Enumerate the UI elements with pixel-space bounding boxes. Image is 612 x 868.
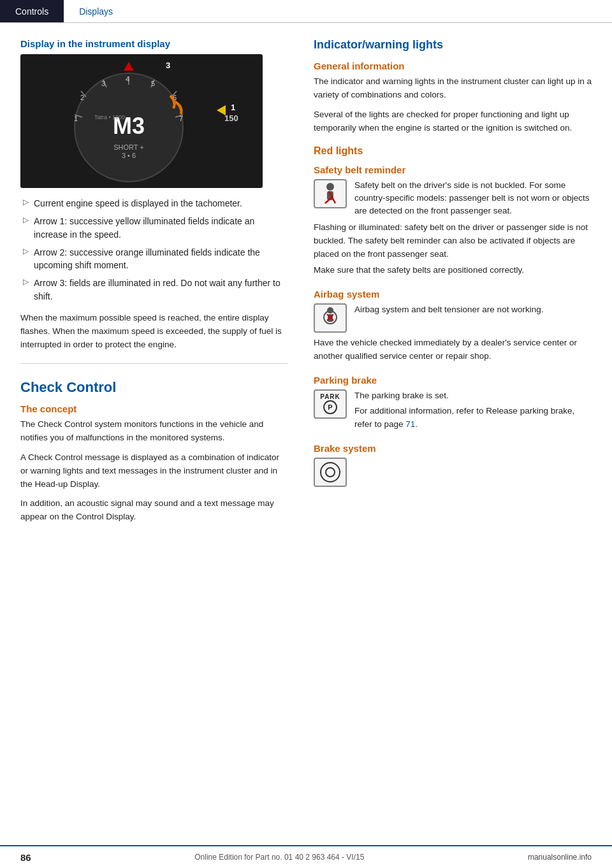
concept-para1: The Check Control system monitors functi… (20, 418, 288, 445)
bullet-arrow-icon: ▷ (23, 277, 29, 286)
main-content: Display in the instrument display (0, 23, 612, 556)
parking-brake-inline-text: The parking brake is set. (354, 389, 592, 402)
general-info-title: General information (314, 61, 592, 71)
svg-text:1: 1 (74, 115, 78, 122)
brake-system-header (314, 458, 592, 487)
safety-belt-para1: Flashing or illuminated: safety belt on … (314, 221, 592, 261)
parking-brake-warning-item: Parking brake PARK P The parking brake i… (314, 375, 592, 431)
brake-system-warning-item: Brake system (314, 443, 592, 487)
airbag-warning-item: Airbag system Airbag system and belt ten… (314, 289, 592, 363)
footer-right-text: manualsonline.info (528, 853, 592, 862)
bullet-arrow-icon: ▷ (23, 198, 29, 206)
list-item: ▷ Arrow 2: successive orange illuminated… (20, 246, 288, 272)
footer-center-text: Online Edition for Part no. 01 40 2 963 … (194, 853, 364, 862)
divider (20, 363, 288, 364)
seatbelt-icon (314, 179, 347, 208)
general-para2: Several of the lights are checked for pr… (314, 108, 592, 135)
safety-belt-header: Safety belt on the driver's side is not … (314, 179, 592, 218)
parking-brake-icon: PARK P (314, 389, 347, 419)
svg-point-25 (326, 183, 334, 191)
svg-text:Tatra • 1000: Tatra • 1000 (94, 114, 125, 120)
parking-brake-text-group: The parking brake is set. For additional… (354, 389, 592, 431)
instrument-display-image: 1 2 3 4 5 6 7 M3 SHORT + 3 • 6 Tatra • 1… (20, 54, 263, 188)
top-navigation: Controls Displays (0, 0, 612, 23)
bullet-list: ▷ Current engine speed is displayed in t… (20, 197, 288, 303)
indicator-warning-title: Indicator/warning lights (314, 38, 592, 52)
svg-text:1: 1 (231, 103, 235, 112)
tab-displays[interactable]: Displays (64, 0, 128, 22)
svg-text:4: 4 (126, 75, 129, 83)
airbag-header: Airbag system and belt tensioner are not… (314, 303, 592, 333)
brake-system-title: Brake system (314, 443, 592, 454)
concept-para2: A Check Control message is displayed as … (20, 451, 288, 491)
airbag-icon (314, 303, 347, 333)
svg-text:3: 3 (101, 80, 105, 87)
parking-brake-para1: For additional information, refer to Rel… (354, 405, 592, 431)
concept-title: The concept (20, 403, 288, 414)
safety-belt-title: Safety belt reminder (314, 164, 592, 175)
svg-text:3: 3 (166, 61, 170, 70)
brake-system-icon (314, 458, 347, 487)
svg-text:SHORT +: SHORT + (113, 143, 144, 151)
svg-text:3 • 6: 3 • 6 (122, 152, 136, 159)
parking-brake-header: PARK P The parking brake is set. For add… (314, 389, 592, 431)
list-item: ▷ Current engine speed is displayed in t… (20, 197, 288, 210)
svg-text:150: 150 (224, 113, 238, 123)
left-column: Display in the instrument display (20, 38, 288, 530)
parking-brake-page-link[interactable]: 71 (405, 419, 415, 429)
safety-belt-para2: Make sure that the safety belts are posi… (314, 264, 592, 277)
list-item: ▷ Arrow 1: successive yellow illuminated… (20, 215, 288, 241)
right-column: Indicator/warning lights General informa… (314, 38, 592, 530)
list-item: ▷ Arrow 3: fields are illuminated in red… (20, 277, 288, 303)
speed-paragraph: When the maximum possible speed is reach… (20, 312, 288, 352)
airbag-title: Airbag system (314, 289, 592, 300)
svg-text:5: 5 (151, 80, 155, 87)
general-para1: The indicator and warning lights in the … (314, 75, 592, 102)
bullet-arrow-icon: ▷ (23, 215, 29, 224)
svg-text:7: 7 (179, 115, 183, 122)
parking-brake-title: Parking brake (314, 375, 592, 386)
page-footer: 86 Online Edition for Part no. 01 40 2 9… (0, 845, 612, 868)
tab-controls[interactable]: Controls (0, 0, 64, 22)
airbag-para1: Have the vehicle checked immediately by … (314, 336, 592, 363)
safety-belt-inline-text: Safety belt on the driver's side is not … (354, 179, 592, 218)
red-lights-title: Red lights (314, 145, 592, 157)
page-number: 86 (20, 852, 31, 863)
airbag-inline-text: Airbag system and belt tensioner are not… (354, 303, 592, 316)
bullet-arrow-icon: ▷ (23, 247, 29, 256)
svg-text:2: 2 (80, 94, 84, 101)
concept-para3: In addition, an acoustic signal may soun… (20, 497, 288, 524)
safety-belt-warning-item: Safety belt reminder Safety belt on the … (314, 164, 592, 277)
display-section-title: Display in the instrument display (20, 38, 288, 49)
check-control-title: Check Control (20, 379, 288, 396)
